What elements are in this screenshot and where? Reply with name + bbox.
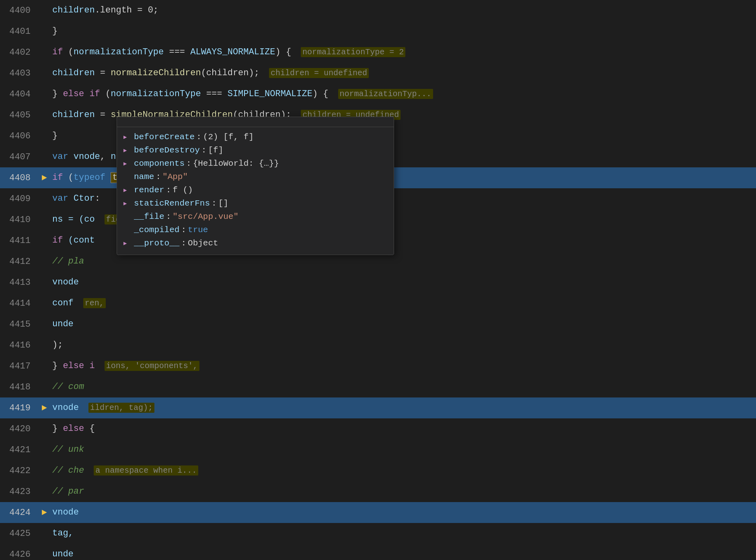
- tooltip-value: {HelloWorld: {…}}: [193, 159, 279, 168]
- tooltip-row[interactable]: ▶staticRenderFns: []: [117, 197, 394, 210]
- tooltip-value: true: [188, 225, 208, 235]
- token: vnode: [52, 507, 79, 517]
- expand-triangle-icon[interactable]: ▶: [123, 240, 131, 247]
- token: var: [52, 194, 68, 204]
- tooltip-key: _compiled: [134, 225, 179, 235]
- line-number: 4403: [0, 68, 40, 78]
- tooltip-row[interactable]: ▶ __proto__: Object: [117, 237, 394, 250]
- tooltip-colon: :: [156, 172, 161, 181]
- inline-hint: children = undefined: [269, 68, 369, 78]
- token: ,: [100, 152, 111, 162]
- tooltip-colon: :: [196, 132, 201, 142]
- token: }: [52, 26, 58, 36]
- tooltip-value: Object: [188, 239, 218, 248]
- token: ns = (co: [52, 214, 95, 224]
- tooltip-popup[interactable]: ▶beforeCreate: (2) [f, f]▶beforeDestroy:…: [117, 117, 394, 255]
- token: normalizationType: [111, 89, 201, 99]
- breakpoint-arrow: ►: [41, 173, 47, 183]
- tooltip-key: beforeDestroy: [134, 146, 200, 155]
- inline-hint: a namespace when i...: [94, 465, 198, 476]
- tooltip-row[interactable]: name: "App": [117, 170, 394, 183]
- token: {: [84, 424, 94, 434]
- token: // par: [52, 486, 84, 496]
- inline-hint: normalizationType = 2: [301, 47, 405, 57]
- token: }: [52, 131, 58, 141]
- code-line-4413: 4413 vnode: [0, 272, 756, 293]
- line-content: children.length = 0;: [48, 0, 756, 21]
- tooltip-row[interactable]: ▶beforeCreate: (2) [f, f]: [117, 130, 394, 144]
- code-editor: 4400 children.length = 0;4401 }4402 if (…: [0, 0, 756, 560]
- tooltip-key: __file: [134, 212, 164, 221]
- line-content: if (normalizationType === ALWAYS_NORMALI…: [48, 42, 756, 63]
- line-content: );: [48, 335, 756, 356]
- inline-hint: ren,: [83, 298, 106, 308]
- token: (: [100, 89, 111, 99]
- line-number: 4417: [0, 361, 40, 371]
- line-number: 4410: [0, 215, 40, 225]
- token: // che: [52, 465, 84, 476]
- token: =: [95, 110, 111, 120]
- code-line-4421: 4421 // unk: [0, 439, 756, 460]
- line-content: tag,: [48, 523, 756, 544]
- tooltip-row[interactable]: ▶components: {HelloWorld: {…}}: [117, 157, 394, 170]
- line-number: 4426: [0, 550, 40, 560]
- expand-triangle-icon[interactable]: ▶: [123, 200, 131, 207]
- code-line-4417: 4417 } else iions, 'components',: [0, 356, 756, 377]
- token: }: [52, 424, 63, 434]
- line-number: 4416: [0, 340, 40, 350]
- token: [105, 173, 111, 183]
- line-content: vnodeildren, tag);: [48, 397, 756, 418]
- line-number: 4413: [0, 278, 40, 288]
- tooltip-row[interactable]: __file: "src/App.vue": [117, 210, 394, 223]
- tooltip-key: name: [134, 172, 154, 181]
- inline-hint: ions, 'components',: [105, 361, 199, 371]
- code-line-4402: 4402 if (normalizationType === ALWAYS_NO…: [0, 42, 756, 63]
- code-line-4423: 4423 // par: [0, 481, 756, 502]
- token: ) {: [275, 47, 292, 57]
- tooltip-body: ▶beforeCreate: (2) [f, f]▶beforeDestroy:…: [117, 127, 394, 255]
- token: if: [52, 47, 63, 57]
- tooltip-key: beforeCreate: [134, 132, 195, 142]
- breakpoint-indicator: ►: [40, 173, 48, 183]
- code-line-4426: 4426 unde: [0, 544, 756, 560]
- token: );: [52, 340, 63, 350]
- line-content: } else iions, 'components',: [48, 356, 756, 377]
- tooltip-row[interactable]: ▶beforeDestroy: [f]: [117, 144, 394, 157]
- token: unde: [52, 549, 74, 559]
- tooltip-colon: :: [201, 146, 207, 155]
- line-content: } else if (normalizationType === SIMPLE_…: [48, 84, 756, 105]
- tooltip-value: [f]: [208, 146, 223, 155]
- token: vnode: [52, 277, 79, 287]
- inline-hint: normalizationTyp...: [338, 89, 433, 99]
- code-line-4404: 4404 } else if (normalizationType === SI…: [0, 84, 756, 105]
- line-content: // par: [48, 481, 756, 502]
- expand-triangle-icon[interactable]: ▶: [123, 160, 131, 167]
- token: else if: [63, 89, 100, 99]
- tooltip-key: __proto__: [134, 239, 179, 248]
- line-number: 4419: [0, 403, 40, 413]
- line-number: 4412: [0, 257, 40, 267]
- expand-triangle-icon[interactable]: ▶: [123, 147, 131, 154]
- line-number: 4404: [0, 89, 40, 99]
- breakpoint-indicator: ►: [40, 508, 48, 518]
- tooltip-value: []: [218, 199, 228, 208]
- token: }: [52, 89, 63, 99]
- token: else: [63, 424, 84, 434]
- expand-triangle-icon[interactable]: ▶: [123, 187, 131, 194]
- line-number: 4415: [0, 319, 40, 329]
- token: vnode: [74, 152, 100, 162]
- token: unde: [52, 319, 74, 329]
- token: (: [63, 173, 73, 183]
- token: // unk: [52, 445, 84, 455]
- tooltip-row[interactable]: ▶render: f (): [117, 183, 394, 197]
- expand-triangle-icon[interactable]: ▶: [123, 134, 131, 140]
- tooltip-row[interactable]: _compiled: true: [117, 223, 394, 237]
- line-number: 4422: [0, 466, 40, 476]
- tooltip-colon: :: [166, 212, 171, 221]
- breakpoint-arrow: ►: [41, 508, 47, 518]
- tooltip-value: "src/App.vue": [173, 212, 238, 221]
- code-line-4424: 4424► vnode: [0, 502, 756, 523]
- tooltip-key: staticRenderFns: [134, 199, 210, 208]
- token: children: [52, 5, 95, 15]
- line-content: vnode: [48, 272, 756, 293]
